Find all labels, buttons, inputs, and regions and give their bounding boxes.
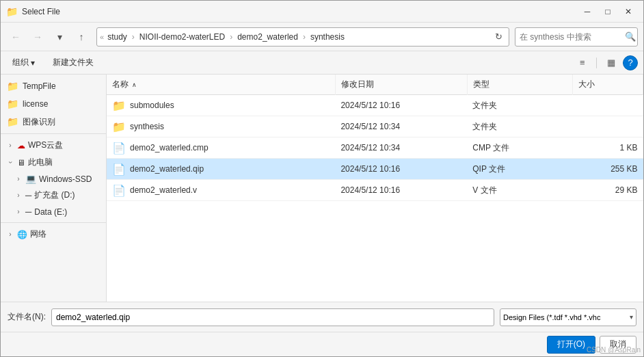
- sidebar-item-tempfile[interactable]: 📁 TempFile: [1, 77, 106, 95]
- addr-part-study[interactable]: study: [105, 31, 129, 42]
- filename-label: 文件名(N):: [8, 311, 46, 323]
- sidebar-item-label: Data (E:): [34, 207, 67, 217]
- sidebar-item-ext-disk-d[interactable]: › ─ 扩充盘 (D:): [1, 187, 106, 204]
- view-separator: │: [594, 57, 600, 68]
- file-type: CMP 文件: [467, 137, 572, 159]
- file-type: 文件夹: [467, 116, 572, 137]
- search-icon: 🔍: [625, 31, 636, 42]
- sidebar-item-label: TempFile: [23, 81, 100, 91]
- file-type: 文件夹: [467, 95, 572, 116]
- filename-input[interactable]: [51, 308, 494, 326]
- close-button[interactable]: ✕: [619, 5, 638, 18]
- addr-part-demo2[interactable]: demo2_waterled: [235, 31, 300, 42]
- view-grid-button[interactable]: ▦: [602, 55, 620, 71]
- table-row[interactable]: 📄 demo2_waterled.v 2024/5/12 10:16 V 文件 …: [107, 180, 643, 201]
- expand-icon: ›: [14, 208, 23, 215]
- back-button[interactable]: ←: [6, 27, 25, 47]
- refresh-button[interactable]: ↻: [491, 29, 506, 44]
- sidebar-separator: [1, 222, 106, 223]
- cancel-button[interactable]: 取消: [600, 336, 636, 354]
- sidebar-item-this-pc[interactable]: › 🖥 此电脑: [1, 154, 106, 171]
- file-type: QIP 文件: [467, 159, 572, 180]
- table-row[interactable]: 📄 demo2_waterled.qip 2024/5/12 10:16 QIP…: [107, 159, 643, 180]
- open-label: 打开(O): [557, 339, 585, 349]
- window-title: Select File: [22, 7, 60, 16]
- expand-icon: ›: [14, 175, 23, 183]
- col-header-name[interactable]: 名称 ∧: [107, 75, 335, 95]
- up-icon: ↑: [79, 31, 84, 42]
- file-type: V 文件: [467, 180, 572, 201]
- chevron-down-icon: ▾: [57, 31, 62, 42]
- folder-icon: 📁: [6, 6, 18, 17]
- col-header-date[interactable]: 修改日期: [335, 75, 467, 95]
- file-icon: 📄: [112, 141, 126, 155]
- expand-icon: ›: [6, 230, 14, 238]
- file-table: 名称 ∧ 修改日期 类型 大小: [107, 75, 643, 201]
- addr-part-nioii[interactable]: NIOII-demo2-waterLED: [137, 31, 227, 42]
- pc-icon: 🖥: [17, 158, 25, 168]
- help-icon: ?: [628, 57, 632, 68]
- history-dropdown-button[interactable]: ▾: [50, 27, 69, 47]
- search-input[interactable]: [520, 32, 622, 42]
- cancel-label: 取消: [610, 339, 626, 349]
- new-folder-label: 新建文件夹: [53, 57, 94, 68]
- filetype-dropdown[interactable]: Design Files (*.tdf *.vhd *.vhc ▾: [500, 308, 636, 326]
- sidebar-item-windows-ssd[interactable]: › 💻 Windows-SSD: [1, 171, 106, 187]
- col-size-label: 大小: [578, 79, 595, 89]
- organize-button[interactable]: 组织 ▾: [6, 55, 41, 71]
- sidebar-item-label: 扩充盘 (D:): [34, 189, 75, 201]
- view-menu-button[interactable]: ≡: [574, 55, 591, 71]
- up-button[interactable]: ↑: [72, 27, 91, 47]
- col-header-size[interactable]: 大小: [573, 75, 643, 95]
- table-row[interactable]: 📁 submodules 2024/5/12 10:16 文件夹: [107, 95, 643, 116]
- addr-part-synthesis[interactable]: synthesis: [308, 31, 347, 42]
- file-size: 29 KB: [573, 180, 643, 201]
- file-name-cell: 📄 demo2_waterled.v: [107, 180, 335, 201]
- sort-arrow-icon: ∧: [132, 81, 137, 88]
- sidebar-separator: [1, 133, 106, 134]
- disk-icon: ─: [25, 207, 31, 217]
- sidebar-item-network[interactable]: › 🌐 网络: [1, 226, 106, 243]
- sidebar-item-data-e[interactable]: › ─ Data (E:): [1, 204, 106, 220]
- addr-left-arrow: «: [100, 33, 104, 41]
- file-name-cell: 📁 synthesis: [107, 116, 335, 137]
- maximize-button[interactable]: □: [598, 5, 617, 18]
- forward-button[interactable]: →: [28, 27, 47, 47]
- col-header-type[interactable]: 类型: [467, 75, 572, 95]
- file-name: synthesis: [130, 122, 164, 131]
- open-button[interactable]: 打开(O): [547, 336, 595, 354]
- sidebar-item-license[interactable]: 📁 license: [1, 95, 106, 113]
- help-button[interactable]: ?: [623, 55, 638, 70]
- network-icon: 🌐: [17, 230, 27, 239]
- expand-icon: ›: [7, 159, 14, 167]
- sidebar-item-image-recog[interactable]: 📁 图像识别: [1, 113, 106, 131]
- table-row[interactable]: 📁 synthesis 2024/5/12 10:34 文件夹: [107, 116, 643, 137]
- sidebar-item-label: 此电脑: [28, 157, 53, 168]
- address-bar[interactable]: « study › NIOII-demo2-waterLED › demo2_w…: [96, 27, 509, 47]
- file-list[interactable]: 名称 ∧ 修改日期 类型 大小: [107, 75, 643, 302]
- filetype-dropdown-icon: ▾: [630, 313, 633, 321]
- table-header-row: 名称 ∧ 修改日期 类型 大小: [107, 75, 643, 95]
- sidebar-item-label: 网络: [30, 228, 46, 240]
- search-bar[interactable]: 🔍: [515, 27, 638, 47]
- table-row[interactable]: 📄 demo2_waterled.cmp 2024/5/12 10:34 CMP…: [107, 137, 643, 159]
- file-size: 255 KB: [573, 159, 643, 180]
- back-icon: ←: [11, 31, 21, 42]
- folder-icon: 📁: [6, 98, 18, 110]
- minimize-button[interactable]: ─: [578, 5, 597, 18]
- view-menu-icon: ≡: [580, 57, 585, 68]
- sidebar-item-wps[interactable]: › ☁ WPS云盘: [1, 137, 106, 154]
- file-icon: 📄: [112, 162, 126, 176]
- col-date-label: 修改日期: [341, 79, 374, 89]
- file-name: demo2_waterled.v: [130, 185, 197, 195]
- view-grid-icon: ▦: [607, 57, 615, 68]
- navigation-toolbar: ← → ▾ ↑ « study › NIOII-demo2-waterLED ›…: [1, 23, 643, 51]
- file-icon: 📄: [112, 183, 126, 197]
- bottom-bar: 文件名(N): Design Files (*.tdf *.vhd *.vhc …: [1, 302, 643, 332]
- forward-icon: →: [33, 31, 42, 42]
- file-name-cell: 📄 demo2_waterled.cmp: [107, 137, 335, 159]
- organize-dropdown-icon: ▾: [31, 58, 35, 68]
- new-folder-button[interactable]: 新建文件夹: [46, 55, 100, 71]
- file-size: [573, 95, 643, 116]
- file-name-cell: 📁 submodules: [107, 95, 335, 116]
